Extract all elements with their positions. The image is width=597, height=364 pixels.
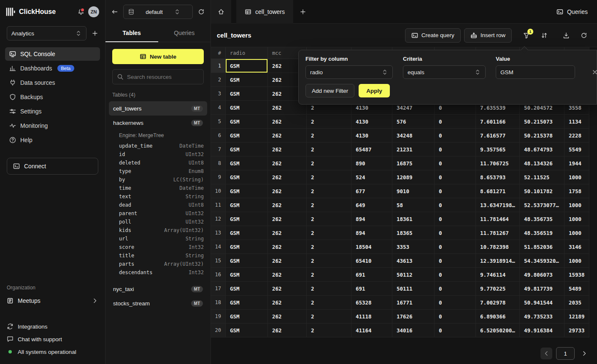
search-input[interactable] xyxy=(127,74,202,80)
row-number-cell[interactable]: 5 xyxy=(211,115,226,128)
table-cell[interactable]: 677 xyxy=(351,184,392,198)
insert-row-button[interactable]: Insert row xyxy=(464,28,512,43)
workspace-select[interactable]: Analytics xyxy=(7,26,86,40)
table-cell[interactable]: 41164 xyxy=(351,324,392,337)
sidebar-item-dashboards[interactable]: DashboardsBeta xyxy=(5,62,100,75)
filter-value-input[interactable] xyxy=(496,65,575,79)
table-cell[interactable]: 7.002978 xyxy=(476,296,520,309)
filter-button[interactable]: 1 xyxy=(519,28,534,43)
table-cell[interactable]: GSM xyxy=(226,324,268,337)
table-cell[interactable]: 34016 xyxy=(392,324,435,337)
table-cell[interactable]: 48.356735 xyxy=(520,212,565,226)
refresh-tables-icon[interactable] xyxy=(198,8,205,15)
table-cell[interactable]: 34248 xyxy=(392,129,435,142)
table-cell[interactable]: 49.817739 xyxy=(520,282,565,295)
avatar[interactable]: ZN xyxy=(88,6,99,17)
row-number-cell[interactable]: 8 xyxy=(211,156,226,170)
table-cell[interactable]: 0 xyxy=(435,143,476,156)
table-cell[interactable]: GSM xyxy=(226,101,268,114)
pagination-next-button[interactable] xyxy=(578,348,590,359)
table-cell[interactable]: GSM xyxy=(226,184,268,198)
table-cell[interactable]: 11.781267 xyxy=(476,226,520,240)
sidebar-item-help[interactable]: Help xyxy=(5,133,100,147)
sidebar-item-data-sources[interactable]: Data sources xyxy=(5,76,100,89)
row-number-cell[interactable]: 20 xyxy=(211,324,226,337)
table-cell[interactable]: 58 xyxy=(392,198,435,212)
filter-column-select[interactable]: radio xyxy=(305,65,393,79)
row-number-cell[interactable]: 6 xyxy=(211,129,226,142)
sidebar-item-monitoring[interactable]: Monitoring xyxy=(5,119,100,132)
pagination-prev-button[interactable] xyxy=(540,348,552,359)
table-cell[interactable]: GSM xyxy=(226,198,268,212)
table-cell[interactable]: 50.101782 xyxy=(520,184,565,198)
table-cell[interactable]: 7.616577 xyxy=(476,129,520,142)
table-cell[interactable]: 50.941544 xyxy=(520,296,565,309)
table-cell[interactable]: 49.735233 xyxy=(520,310,565,323)
table-cell[interactable]: 48.356519 xyxy=(520,226,565,240)
table-cell[interactable]: 8.681271 xyxy=(476,184,520,198)
table-cell[interactable]: 1944 xyxy=(565,156,589,170)
table-cell[interactable]: GSM xyxy=(226,115,268,128)
footer-item-integrations[interactable]: Integrations xyxy=(0,320,105,333)
table-cell[interactable]: 1000 xyxy=(565,226,589,240)
table-cell[interactable]: 2 xyxy=(307,240,351,253)
table-cell[interactable]: 18365 xyxy=(392,226,435,240)
table-cell[interactable]: 50.215073 xyxy=(520,115,565,128)
table-cell[interactable]: GSM xyxy=(226,87,268,100)
table-cell[interactable]: 9010 xyxy=(392,184,435,198)
table-cell[interactable]: 262 xyxy=(268,324,307,337)
add-workspace-button[interactable] xyxy=(92,30,98,37)
table-cell[interactable]: 29733 xyxy=(565,324,589,337)
table-cell[interactable]: 262 xyxy=(268,143,307,156)
sidebar-item-backups[interactable]: Backups xyxy=(5,90,100,104)
table-cell[interactable]: 5489 xyxy=(565,282,589,295)
table-cell[interactable]: 10.782398 xyxy=(476,240,520,253)
table-item-stocks-stream[interactable]: stocks_streamMT xyxy=(109,296,207,310)
table-cell[interactable]: 1000 xyxy=(565,254,589,267)
table-cell[interactable]: 11.706725 xyxy=(476,156,520,170)
table-cell[interactable]: 262 xyxy=(268,170,307,184)
row-number-cell[interactable]: 13 xyxy=(211,226,226,240)
table-cell[interactable]: 65487 xyxy=(351,143,392,156)
table-cell[interactable]: 691 xyxy=(351,282,392,295)
home-tab[interactable] xyxy=(211,0,231,24)
table-cell[interactable]: 576 xyxy=(392,115,435,128)
table-cell[interactable]: 262 xyxy=(268,296,307,309)
table-cell[interactable]: GSM xyxy=(226,129,268,142)
new-tab-button[interactable] xyxy=(293,0,313,24)
table-cell[interactable]: GSM xyxy=(226,268,268,281)
table-cell[interactable]: 3146 xyxy=(565,240,589,253)
column-header[interactable]: # xyxy=(211,47,226,59)
table-cell[interactable]: 0 xyxy=(435,129,476,142)
export-button[interactable] xyxy=(559,28,573,43)
row-number-cell[interactable]: 16 xyxy=(211,268,226,281)
filter-criteria-select[interactable]: equals xyxy=(403,65,486,79)
table-cell[interactable]: GSM xyxy=(226,226,268,240)
table-cell[interactable]: 262 xyxy=(268,198,307,212)
table-cell[interactable]: 41118 xyxy=(351,310,392,323)
row-number-cell[interactable]: 11 xyxy=(211,198,226,212)
table-cell[interactable]: 9.770225 xyxy=(476,282,520,295)
row-number-cell[interactable]: 4 xyxy=(211,101,226,114)
table-cell[interactable]: 48.134326 xyxy=(520,156,565,170)
table-cell[interactable]: 890 xyxy=(351,156,392,170)
table-cell[interactable]: GSM xyxy=(226,254,268,267)
table-cell[interactable]: 2035 xyxy=(565,296,589,309)
table-cell[interactable]: 0 xyxy=(435,115,476,128)
table-cell[interactable]: 6.890366 xyxy=(476,310,520,323)
table-cell[interactable]: 1000 xyxy=(565,212,589,226)
table-cell[interactable]: 2 xyxy=(307,296,351,309)
table-cell[interactable]: 1000 xyxy=(565,198,589,212)
table-cell[interactable]: GSM xyxy=(226,212,268,226)
table-cell[interactable]: 2228 xyxy=(565,129,589,142)
table-cell[interactable]: 262 xyxy=(268,310,307,323)
table-cell[interactable]: 2 xyxy=(307,268,351,281)
table-cell[interactable]: 262 xyxy=(268,115,307,128)
table-cell[interactable]: 65328 xyxy=(351,296,392,309)
table-cell[interactable]: 0 xyxy=(435,156,476,170)
add-filter-button[interactable]: Add new Filter xyxy=(305,84,354,97)
table-cell[interactable]: 262 xyxy=(268,184,307,198)
table-cell[interactable]: 2 xyxy=(307,143,351,156)
pagination-current-page[interactable]: 1 xyxy=(556,347,575,360)
selected-cell[interactable]: GSM xyxy=(226,59,268,73)
